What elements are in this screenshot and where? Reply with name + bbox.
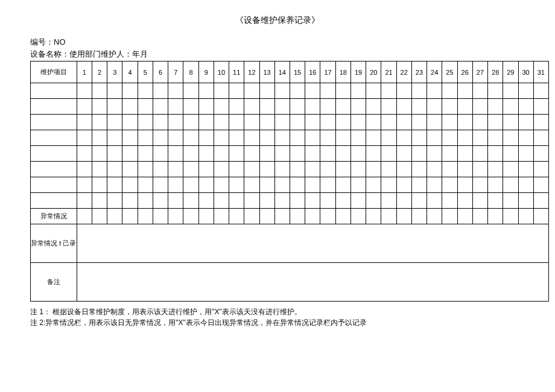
meta-line-1: 编号：NO bbox=[18, 37, 537, 48]
remark-row: 备注 bbox=[31, 263, 549, 302]
day-30: 30 bbox=[518, 62, 533, 83]
day-22: 22 bbox=[396, 62, 411, 83]
day-28: 28 bbox=[488, 62, 503, 83]
day-25: 25 bbox=[442, 62, 457, 83]
day-5: 5 bbox=[138, 62, 153, 83]
day-18: 18 bbox=[335, 62, 350, 83]
day-3: 3 bbox=[107, 62, 122, 83]
day-9: 9 bbox=[198, 62, 214, 83]
table-row bbox=[31, 83, 549, 99]
abnormal-record-label-cell: 异常情况 t 己录 bbox=[31, 224, 77, 263]
day-17: 17 bbox=[320, 62, 335, 83]
remark-cell bbox=[77, 263, 548, 302]
day-24: 24 bbox=[427, 62, 442, 83]
maintenance-table: 维护项目 1 2 3 4 5 6 7 8 9 10 11 12 13 14 15… bbox=[30, 61, 549, 302]
remark-label-cell: 备注 bbox=[31, 263, 77, 302]
day-16: 16 bbox=[305, 62, 320, 83]
day-23: 23 bbox=[411, 62, 427, 83]
day-8: 8 bbox=[183, 62, 198, 83]
day-21: 21 bbox=[381, 62, 396, 83]
day-26: 26 bbox=[457, 62, 472, 83]
meta-prefix: 编号： bbox=[30, 37, 54, 46]
notes-section: 注 1： 根据设备日常维护制度，用表示该天进行维护，用"X"表示该天没有进行维护… bbox=[18, 306, 537, 328]
abnormal-record-row: 异常情况 t 己录 bbox=[31, 224, 549, 263]
table-row bbox=[31, 130, 549, 146]
day-15: 15 bbox=[290, 62, 305, 83]
table-row bbox=[31, 162, 549, 177]
table-row bbox=[31, 115, 549, 130]
table-row bbox=[31, 193, 549, 209]
day-2: 2 bbox=[92, 62, 107, 83]
table-row bbox=[31, 99, 549, 115]
page-title: 《设备维护保养记录》 bbox=[18, 15, 537, 26]
day-14: 14 bbox=[274, 62, 290, 83]
abnormal-label-cell: 异常情况 bbox=[31, 209, 77, 224]
header-label-cell: 维护项目 bbox=[31, 62, 77, 83]
note-2: 注 2:异常情况栏，用表示该日无异常情况，用"X"表示今日出现异常情况，并在异常… bbox=[30, 317, 537, 328]
day-10: 10 bbox=[214, 62, 229, 83]
table-row bbox=[31, 146, 549, 162]
day-29: 29 bbox=[503, 62, 518, 83]
table-row bbox=[31, 177, 549, 193]
day-4: 4 bbox=[122, 62, 138, 83]
day-6: 6 bbox=[153, 62, 168, 83]
abnormal-row: 异常情况 bbox=[31, 209, 549, 224]
day-31: 31 bbox=[533, 62, 548, 83]
day-27: 27 bbox=[472, 62, 487, 83]
day-20: 20 bbox=[366, 62, 381, 83]
meta-line-2: 设备名称：使用部门维护人：年月 bbox=[18, 49, 537, 60]
header-row: 维护项目 1 2 3 4 5 6 7 8 9 10 11 12 13 14 15… bbox=[31, 62, 549, 83]
abnormal-record-cell bbox=[77, 224, 548, 263]
day-13: 13 bbox=[259, 62, 274, 83]
day-7: 7 bbox=[168, 62, 183, 83]
day-1: 1 bbox=[77, 62, 92, 83]
day-11: 11 bbox=[229, 62, 244, 83]
day-12: 12 bbox=[244, 62, 259, 83]
day-19: 19 bbox=[350, 62, 366, 83]
note-1: 注 1： 根据设备日常维护制度，用表示该天进行维护，用"X"表示该天没有进行维护… bbox=[30, 306, 537, 317]
meta-no: NO bbox=[54, 37, 66, 46]
